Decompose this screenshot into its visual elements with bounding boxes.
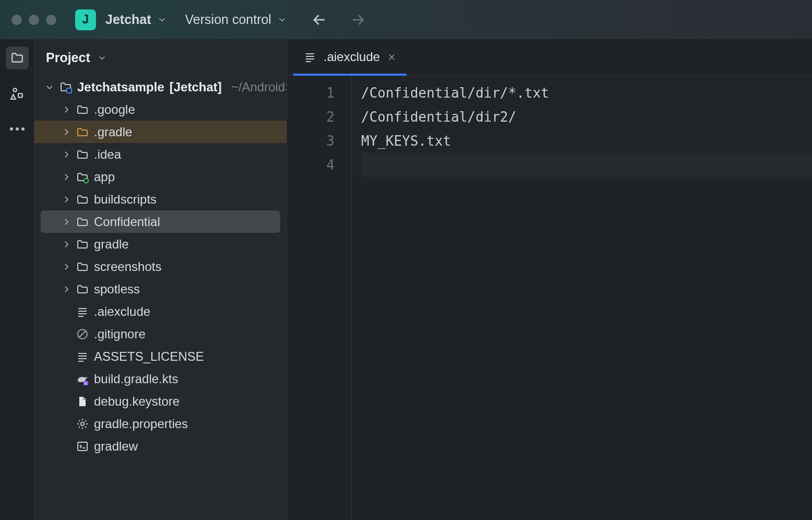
expander-placeholder xyxy=(62,329,71,339)
project-tool-button[interactable] xyxy=(6,46,29,69)
tree-item-label: .gradle xyxy=(94,125,132,139)
chevron-down-icon xyxy=(98,53,106,62)
more-tool-button[interactable] xyxy=(6,117,29,140)
chevron-down-icon xyxy=(278,15,286,24)
nav-forward-button xyxy=(350,12,366,28)
folder-icon xyxy=(76,126,89,138)
tool-strip xyxy=(0,39,34,520)
tree-item-label: gradlew xyxy=(94,439,138,454)
line-number: 2 xyxy=(287,105,351,129)
chevron-right-icon[interactable] xyxy=(62,150,71,159)
tree-item[interactable]: .aiexclude xyxy=(34,300,286,323)
svg-point-19 xyxy=(81,422,84,425)
chevron-right-icon[interactable] xyxy=(62,285,71,294)
editor-tab[interactable]: .aiexclude xyxy=(293,39,407,75)
tree-item-label: build.gradle.kts xyxy=(94,372,178,386)
tree-root-path: ~/AndroidSt xyxy=(231,80,286,94)
tree-item[interactable]: .gitignore xyxy=(34,323,286,345)
expander-placeholder xyxy=(62,442,71,451)
tree-item-label: ASSETS_LICENSE xyxy=(94,349,204,364)
tree-item[interactable]: Confidential xyxy=(41,210,280,233)
gear-icon xyxy=(76,418,89,430)
chevron-right-icon[interactable] xyxy=(62,105,71,114)
close-icon[interactable] xyxy=(387,53,396,62)
svg-point-2 xyxy=(13,88,17,92)
tree-item-label: screenshots xyxy=(94,259,161,274)
tree-item[interactable]: gradlew xyxy=(34,435,286,457)
tree-item[interactable]: .google xyxy=(34,98,286,121)
folder-icon xyxy=(76,216,89,228)
editor-area: .aiexclude 1234 /Confidential/dir/*.txt/… xyxy=(287,39,812,520)
zoom-window[interactable] xyxy=(46,15,56,25)
panel-title: Project xyxy=(46,50,90,65)
tree-item-label: .gitignore xyxy=(94,327,146,341)
svg-rect-5 xyxy=(67,88,71,93)
tree-item-label: .google xyxy=(94,102,135,117)
tree-item[interactable]: Kbuild.gradle.kts xyxy=(34,368,286,390)
expander-placeholder xyxy=(62,397,71,406)
folder-icon xyxy=(10,51,24,65)
folder-icon xyxy=(76,103,89,116)
code-line[interactable]: /Confidential/dir/*.txt xyxy=(361,81,812,105)
panel-header[interactable]: Project xyxy=(34,39,286,76)
chevron-right-icon[interactable] xyxy=(62,195,71,204)
titlebar: J Jetchat Version control xyxy=(0,0,812,39)
expander-placeholder xyxy=(62,307,71,316)
project-tree[interactable]: Jetchatsample [Jetchat] ~/AndroidSt .goo… xyxy=(34,76,286,520)
folder-icon xyxy=(76,261,89,273)
module-folder-icon xyxy=(59,81,72,93)
tree-item[interactable]: spotless xyxy=(34,278,286,300)
code-line[interactable] xyxy=(361,153,812,177)
tree-root[interactable]: Jetchatsample [Jetchat] ~/AndroidSt xyxy=(34,76,286,98)
folder-icon xyxy=(76,148,89,161)
svg-text:K: K xyxy=(85,381,87,385)
structure-icon xyxy=(10,87,24,100)
tree-item[interactable]: .idea xyxy=(34,143,286,166)
tree-item-label: gradle xyxy=(94,237,129,252)
chevron-right-icon[interactable] xyxy=(62,172,71,182)
tree-item[interactable]: app xyxy=(34,166,286,188)
nav-back-button[interactable] xyxy=(312,12,327,28)
chevron-right-icon[interactable] xyxy=(62,127,71,137)
chevron-right-icon[interactable] xyxy=(62,262,71,271)
tree-item[interactable]: gradle xyxy=(34,233,286,255)
svg-line-12 xyxy=(79,331,86,337)
chevron-down-icon xyxy=(158,15,166,24)
code-line[interactable]: /Confidential/dir2/ xyxy=(361,105,812,129)
chevron-right-icon[interactable] xyxy=(62,217,71,227)
chevron-right-icon[interactable] xyxy=(62,240,71,249)
tree-item[interactable]: screenshots xyxy=(34,255,286,278)
line-number: 1 xyxy=(287,81,351,105)
tree-item[interactable]: gradle.properties xyxy=(34,412,286,435)
svg-marker-4 xyxy=(11,94,16,99)
module-icon xyxy=(76,171,89,183)
minimize-window[interactable] xyxy=(29,15,39,25)
code-content[interactable]: /Confidential/dir/*.txt/Confidential/dir… xyxy=(352,76,812,177)
tree-item[interactable]: debug.keystore xyxy=(34,390,286,412)
vcs-selector[interactable]: Version control xyxy=(185,12,286,27)
file-lines-icon xyxy=(76,350,89,363)
tree-root-name: Jetchatsample xyxy=(77,80,164,94)
file-lines-icon xyxy=(304,51,316,63)
line-gutter: 1234 xyxy=(287,76,352,520)
line-number: 3 xyxy=(287,129,351,153)
tree-item-label: debug.keystore xyxy=(94,394,180,409)
tree-item[interactable]: .gradle xyxy=(34,121,286,143)
document-icon xyxy=(76,395,89,408)
close-window[interactable] xyxy=(11,15,22,25)
project-name: Jetchat xyxy=(105,12,151,27)
code-editor[interactable]: 1234 /Confidential/dir/*.txt/Confidentia… xyxy=(287,76,812,520)
structure-tool-button[interactable] xyxy=(6,82,29,105)
tree-item[interactable]: buildscripts xyxy=(34,188,286,210)
file-lines-icon xyxy=(76,305,89,318)
svg-rect-3 xyxy=(18,93,22,98)
project-selector[interactable]: Jetchat xyxy=(105,12,166,27)
tree-item-label: spotless xyxy=(94,282,140,297)
tree-item-label: .aiexclude xyxy=(94,304,150,319)
tree-item-label: app xyxy=(94,170,115,184)
chevron-down-icon[interactable] xyxy=(45,82,54,92)
tree-item[interactable]: ASSETS_LICENSE xyxy=(34,345,286,368)
project-panel: Project Jetchatsample [Jetchat] ~/Androi… xyxy=(34,39,287,520)
expander-placeholder xyxy=(62,374,71,384)
code-line[interactable]: MY_KEYS.txt xyxy=(361,129,812,153)
